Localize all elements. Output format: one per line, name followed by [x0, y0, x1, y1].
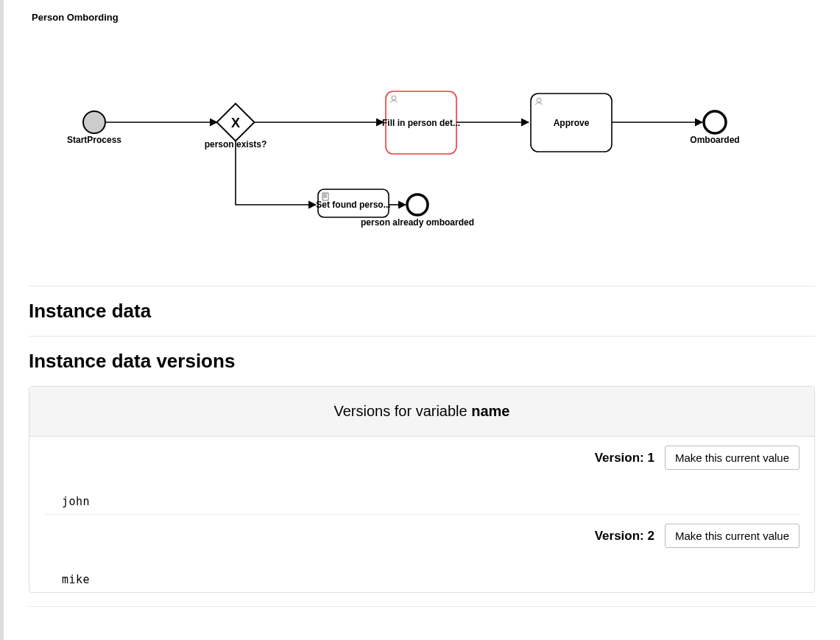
section-heading-instance-data: Instance data	[29, 300, 815, 323]
task-label: Fill in person det...	[382, 118, 460, 128]
divider	[29, 286, 815, 286]
versions-card: Versions for variable name Version: 1Mak…	[29, 386, 815, 593]
versions-header: Versions for variable name	[29, 387, 814, 437]
version-item: Version: 1Make this current valuejohn	[44, 437, 800, 515]
version-value: john	[44, 470, 800, 514]
task-label: Approve	[554, 118, 590, 128]
exclusive-gateway[interactable]: X	[217, 104, 255, 141]
versions-header-var: name	[471, 403, 509, 419]
script-task-set-found[interactable]: Set found perso...	[316, 189, 390, 217]
task-label: Set found perso...	[316, 200, 390, 210]
versions-header-prefix: Versions for variable	[333, 403, 471, 419]
bpmn-diagram-canvas[interactable]: Person Ombording StartProcess X person e…	[4, 0, 840, 272]
divider	[29, 606, 815, 607]
end-event-omboarded[interactable]	[704, 111, 726, 133]
svg-text:X: X	[231, 116, 240, 130]
version-item: Version: 2Make this current valuemike	[44, 515, 800, 592]
make-current-value-button[interactable]: Make this current value	[665, 446, 800, 470]
start-event-label: StartProcess	[67, 135, 121, 145]
start-event[interactable]	[83, 111, 105, 133]
bpmn-diagram-svg: StartProcess X person exists? Fill in pe…	[4, 0, 813, 265]
sequence-flow	[236, 141, 316, 205]
user-task-fill-details[interactable]: Fill in person det...	[382, 91, 460, 154]
divider	[29, 336, 815, 337]
svg-point-7	[704, 111, 726, 133]
version-value: mike	[44, 548, 800, 592]
version-label: Version: 1	[595, 451, 654, 465]
svg-point-0	[83, 111, 105, 133]
make-current-value-button[interactable]: Make this current value	[665, 524, 800, 548]
versions-body: Version: 1Make this current valuejohnVer…	[29, 437, 814, 592]
section-heading-instance-data-versions: Instance data versions	[29, 350, 815, 373]
svg-point-9	[407, 194, 428, 215]
end-event-already-omboarded[interactable]	[407, 194, 428, 215]
user-task-approve[interactable]: Approve	[531, 94, 612, 152]
end-event-alt-label: person already omboarded	[361, 217, 474, 228]
end-event-label: Omboarded	[690, 135, 739, 145]
version-label: Version: 2	[595, 529, 654, 544]
